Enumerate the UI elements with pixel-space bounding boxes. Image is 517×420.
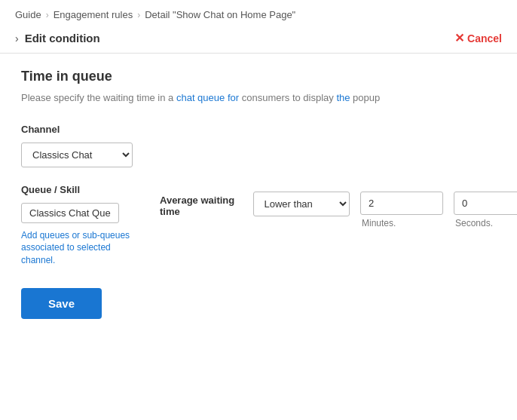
cancel-label: Cancel bbox=[467, 32, 502, 44]
channel-select[interactable]: Classics Chat Option 2 bbox=[21, 143, 133, 167]
condition-select[interactable]: Lower than Greater than Equal to bbox=[253, 192, 350, 216]
channel-label: Channel bbox=[21, 124, 496, 135]
cancel-button[interactable]: ✕ Cancel bbox=[454, 31, 502, 45]
expand-icon[interactable]: › bbox=[15, 32, 19, 44]
queue-skill-label: Queue / Skill bbox=[21, 184, 142, 195]
minutes-input[interactable] bbox=[360, 192, 443, 215]
main-content: Time in queue Please specify the waiting… bbox=[0, 54, 517, 334]
queue-section: Queue / Skill Classics Chat Que Add queu… bbox=[21, 184, 142, 267]
seconds-label: Seconds. bbox=[454, 218, 517, 228]
save-button[interactable]: Save bbox=[21, 288, 102, 319]
breadcrumb-engagement-rules[interactable]: Engagement rules bbox=[54, 9, 133, 20]
section-title: Time in queue bbox=[21, 69, 496, 84]
seconds-input[interactable] bbox=[454, 192, 517, 215]
avg-waiting-section: Average waiting time Lower than Greater … bbox=[160, 187, 517, 228]
breadcrumb: Guide › Engagement rules › Detail "Show … bbox=[0, 0, 517, 26]
edit-condition-bar: › Edit condition ✕ Cancel bbox=[0, 26, 517, 54]
edit-condition-left: › Edit condition bbox=[15, 32, 100, 44]
queue-avg-row: Queue / Skill Classics Chat Que Add queu… bbox=[21, 184, 496, 267]
breadcrumb-guide[interactable]: Guide bbox=[15, 9, 41, 20]
cancel-x-icon: ✕ bbox=[454, 31, 464, 45]
minutes-field-wrap: Minutes. bbox=[360, 187, 443, 228]
breadcrumb-detail: Detail "Show Chat on Home Page" bbox=[145, 9, 295, 20]
breadcrumb-chevron-2: › bbox=[137, 10, 140, 20]
minutes-label: Minutes. bbox=[360, 218, 443, 228]
channel-section: Channel Classics Chat Option 2 bbox=[21, 124, 496, 167]
description: Please specify the waiting time in a cha… bbox=[21, 90, 496, 106]
edit-condition-title: Edit condition bbox=[25, 32, 100, 44]
breadcrumb-chevron-1: › bbox=[46, 10, 49, 20]
queue-hint: Add queues or sub-queues associated to s… bbox=[21, 229, 134, 267]
avg-waiting-label: Average waiting time bbox=[160, 187, 243, 217]
seconds-field-wrap: Seconds. bbox=[454, 187, 517, 228]
queue-tag[interactable]: Classics Chat Que bbox=[21, 203, 119, 223]
